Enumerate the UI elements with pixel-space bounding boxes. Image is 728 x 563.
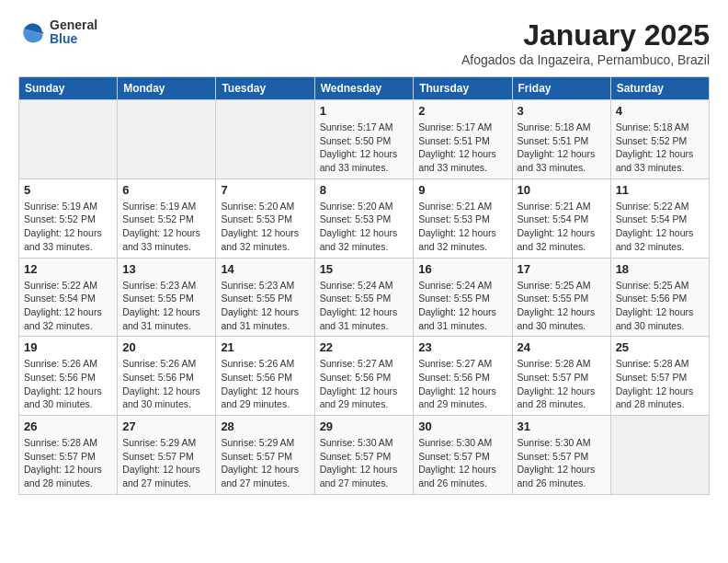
calendar-cell: 18Sunrise: 5:25 AMSunset: 5:56 PMDayligh… [610, 258, 709, 337]
calendar-cell: 29Sunrise: 5:30 AMSunset: 5:57 PMDayligh… [314, 416, 414, 495]
day-detail: Sunrise: 5:17 AMSunset: 5:51 PMDaylight:… [418, 121, 506, 175]
header-friday: Friday [512, 77, 610, 100]
logo-blue: Blue [50, 32, 97, 46]
calendar-cell: 13Sunrise: 5:23 AMSunset: 5:55 PMDayligh… [118, 258, 216, 337]
calendar-cell: 17Sunrise: 5:25 AMSunset: 5:55 PMDayligh… [512, 258, 610, 337]
header-saturday: Saturday [610, 77, 709, 100]
day-detail: Sunrise: 5:19 AMSunset: 5:52 PMDaylight:… [122, 200, 210, 254]
calendar-cell: 28Sunrise: 5:29 AMSunset: 5:57 PMDayligh… [216, 416, 314, 495]
day-detail: Sunrise: 5:26 AMSunset: 5:56 PMDaylight:… [221, 357, 309, 411]
calendar-cell: 8Sunrise: 5:20 AMSunset: 5:53 PMDaylight… [314, 178, 414, 258]
calendar-cell: 20Sunrise: 5:26 AMSunset: 5:56 PMDayligh… [118, 337, 216, 416]
calendar-cell: 5Sunrise: 5:19 AMSunset: 5:52 PMDaylight… [19, 178, 118, 258]
day-number: 21 [221, 340, 309, 354]
calendar-cell [216, 100, 314, 179]
calendar-cell: 7Sunrise: 5:20 AMSunset: 5:53 PMDaylight… [216, 178, 314, 258]
day-detail: Sunrise: 5:28 AMSunset: 5:57 PMDaylight:… [616, 357, 704, 411]
calendar-week-row: 26Sunrise: 5:28 AMSunset: 5:57 PMDayligh… [19, 416, 710, 495]
day-number: 25 [616, 340, 704, 354]
day-detail: Sunrise: 5:28 AMSunset: 5:57 PMDaylight:… [518, 357, 606, 411]
calendar-cell: 25Sunrise: 5:28 AMSunset: 5:57 PMDayligh… [610, 337, 709, 416]
day-detail: Sunrise: 5:27 AMSunset: 5:56 PMDaylight:… [320, 357, 409, 411]
day-number: 3 [518, 104, 606, 118]
day-number: 12 [24, 262, 112, 276]
calendar-cell: 14Sunrise: 5:23 AMSunset: 5:55 PMDayligh… [216, 258, 314, 337]
calendar-cell: 15Sunrise: 5:24 AMSunset: 5:55 PMDayligh… [314, 258, 414, 337]
day-detail: Sunrise: 5:20 AMSunset: 5:53 PMDaylight:… [320, 200, 409, 254]
calendar-cell: 19Sunrise: 5:26 AMSunset: 5:56 PMDayligh… [19, 337, 118, 416]
day-number: 6 [122, 183, 210, 197]
day-detail: Sunrise: 5:27 AMSunset: 5:56 PMDaylight:… [418, 357, 506, 411]
day-number: 13 [122, 262, 210, 276]
header-monday: Monday [118, 77, 216, 100]
calendar-cell: 22Sunrise: 5:27 AMSunset: 5:56 PMDayligh… [314, 337, 414, 416]
day-number: 4 [616, 104, 704, 118]
day-detail: Sunrise: 5:26 AMSunset: 5:56 PMDaylight:… [24, 357, 112, 411]
day-detail: Sunrise: 5:22 AMSunset: 5:54 PMDaylight:… [24, 279, 112, 333]
day-detail: Sunrise: 5:23 AMSunset: 5:55 PMDaylight:… [221, 279, 309, 333]
day-number: 28 [221, 419, 309, 433]
day-number: 19 [24, 340, 112, 354]
month-title: January 2025 [461, 18, 710, 52]
day-detail: Sunrise: 5:30 AMSunset: 5:57 PMDaylight:… [518, 436, 606, 490]
day-number: 29 [320, 419, 409, 433]
header-sunday: Sunday [19, 77, 118, 100]
calendar-week-row: 1Sunrise: 5:17 AMSunset: 5:50 PMDaylight… [19, 100, 710, 179]
day-detail: Sunrise: 5:24 AMSunset: 5:55 PMDaylight:… [418, 279, 506, 333]
day-number: 7 [221, 183, 309, 197]
day-detail: Sunrise: 5:28 AMSunset: 5:57 PMDaylight:… [24, 436, 112, 490]
day-number: 23 [418, 340, 506, 354]
day-number: 1 [320, 104, 409, 118]
calendar-cell [19, 100, 118, 179]
calendar-cell: 16Sunrise: 5:24 AMSunset: 5:55 PMDayligh… [414, 258, 512, 337]
calendar-cell: 10Sunrise: 5:21 AMSunset: 5:54 PMDayligh… [512, 178, 610, 258]
calendar-cell: 30Sunrise: 5:30 AMSunset: 5:57 PMDayligh… [414, 416, 512, 495]
logo-general: General [50, 18, 97, 32]
day-number: 9 [418, 183, 506, 197]
day-number: 27 [122, 419, 210, 433]
header-wednesday: Wednesday [314, 77, 414, 100]
day-number: 8 [320, 183, 409, 197]
day-detail: Sunrise: 5:26 AMSunset: 5:56 PMDaylight:… [122, 357, 210, 411]
day-number: 15 [320, 262, 409, 276]
calendar-cell: 4Sunrise: 5:18 AMSunset: 5:52 PMDaylight… [610, 100, 709, 179]
calendar-cell: 12Sunrise: 5:22 AMSunset: 5:54 PMDayligh… [19, 258, 118, 337]
day-detail: Sunrise: 5:30 AMSunset: 5:57 PMDaylight:… [418, 436, 506, 490]
day-detail: Sunrise: 5:23 AMSunset: 5:55 PMDaylight:… [122, 279, 210, 333]
day-detail: Sunrise: 5:25 AMSunset: 5:56 PMDaylight:… [616, 279, 704, 333]
page-header: General Blue January 2025 Afogados da In… [18, 18, 710, 67]
day-detail: Sunrise: 5:18 AMSunset: 5:52 PMDaylight:… [616, 121, 704, 175]
day-number: 24 [518, 340, 606, 354]
logo: General Blue [18, 18, 97, 47]
day-detail: Sunrise: 5:18 AMSunset: 5:51 PMDaylight:… [518, 121, 606, 175]
day-number: 18 [616, 262, 704, 276]
location-subtitle: Afogados da Ingazeira, Pernambuco, Brazi… [461, 52, 710, 67]
day-number: 5 [24, 183, 112, 197]
day-number: 17 [518, 262, 606, 276]
calendar-cell: 23Sunrise: 5:27 AMSunset: 5:56 PMDayligh… [414, 337, 512, 416]
calendar-week-row: 5Sunrise: 5:19 AMSunset: 5:52 PMDaylight… [19, 178, 710, 258]
day-detail: Sunrise: 5:20 AMSunset: 5:53 PMDaylight:… [221, 200, 309, 254]
day-number: 20 [122, 340, 210, 354]
day-detail: Sunrise: 5:29 AMSunset: 5:57 PMDaylight:… [122, 436, 210, 490]
day-detail: Sunrise: 5:24 AMSunset: 5:55 PMDaylight:… [320, 279, 409, 333]
day-detail: Sunrise: 5:29 AMSunset: 5:57 PMDaylight:… [221, 436, 309, 490]
day-detail: Sunrise: 5:30 AMSunset: 5:57 PMDaylight:… [320, 436, 409, 490]
calendar-cell: 24Sunrise: 5:28 AMSunset: 5:57 PMDayligh… [512, 337, 610, 416]
calendar-table: Sunday Monday Tuesday Wednesday Thursday… [18, 76, 710, 495]
calendar-cell: 2Sunrise: 5:17 AMSunset: 5:51 PMDaylight… [414, 100, 512, 179]
day-detail: Sunrise: 5:17 AMSunset: 5:50 PMDaylight:… [320, 121, 409, 175]
calendar-header-row: Sunday Monday Tuesday Wednesday Thursday… [19, 77, 710, 100]
day-number: 14 [221, 262, 309, 276]
day-number: 26 [24, 419, 112, 433]
calendar-cell: 3Sunrise: 5:18 AMSunset: 5:51 PMDaylight… [512, 100, 610, 179]
day-detail: Sunrise: 5:21 AMSunset: 5:54 PMDaylight:… [518, 200, 606, 254]
calendar-cell: 1Sunrise: 5:17 AMSunset: 5:50 PMDaylight… [314, 100, 414, 179]
calendar-week-row: 12Sunrise: 5:22 AMSunset: 5:54 PMDayligh… [19, 258, 710, 337]
day-number: 30 [418, 419, 506, 433]
calendar-cell [610, 416, 709, 495]
calendar-cell: 6Sunrise: 5:19 AMSunset: 5:52 PMDaylight… [118, 178, 216, 258]
calendar-cell: 26Sunrise: 5:28 AMSunset: 5:57 PMDayligh… [19, 416, 118, 495]
calendar-week-row: 19Sunrise: 5:26 AMSunset: 5:56 PMDayligh… [19, 337, 710, 416]
logo-icon [18, 18, 46, 46]
